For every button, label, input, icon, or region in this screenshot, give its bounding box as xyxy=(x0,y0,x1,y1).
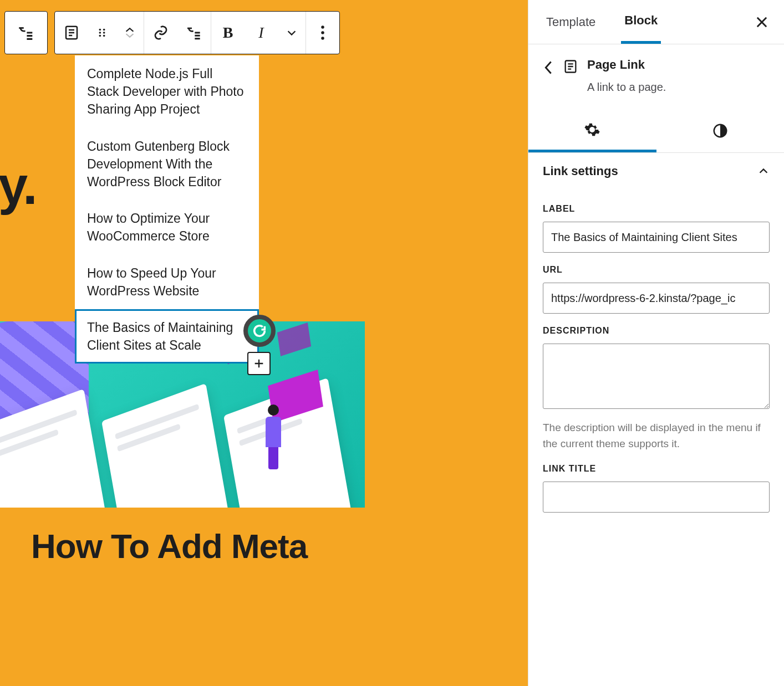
page-icon xyxy=(63,24,80,41)
submenu-icon xyxy=(185,24,203,42)
tab-styles[interactable] xyxy=(656,109,785,152)
label-input[interactable] xyxy=(543,222,770,253)
sidebar-tabs: Template Block xyxy=(528,0,784,44)
more-formatting-button[interactable] xyxy=(278,11,306,54)
editor-canvas: B I hy. Complete Node.js Full S xyxy=(0,0,528,686)
page-icon xyxy=(563,59,578,74)
block-description: A link to a page. xyxy=(587,81,666,94)
italic-icon: I xyxy=(258,24,263,42)
grammarly-icon xyxy=(252,323,267,339)
url-label: URL xyxy=(543,265,770,275)
submenu-item[interactable]: How to Optimize Your WooCommerce Store xyxy=(75,200,259,254)
link-title-input[interactable] xyxy=(543,482,770,513)
svg-point-9 xyxy=(321,37,324,40)
description-label: DESCRIPTION xyxy=(543,326,770,336)
svg-point-1 xyxy=(99,29,101,31)
block-title: Page Link xyxy=(587,58,666,72)
tab-block[interactable]: Block xyxy=(621,0,661,44)
svg-point-3 xyxy=(99,32,101,34)
chevron-up-icon xyxy=(757,165,770,177)
chevron-down-icon xyxy=(286,27,298,39)
description-help: The description will be displayed in the… xyxy=(543,420,770,452)
svg-point-8 xyxy=(321,31,324,34)
grammarly-badge[interactable] xyxy=(243,315,276,347)
plus-icon xyxy=(253,357,265,370)
kebab-icon xyxy=(320,24,325,41)
move-buttons[interactable] xyxy=(116,11,144,54)
description-textarea[interactable] xyxy=(543,344,770,409)
tab-template[interactable]: Template xyxy=(543,2,599,43)
parent-block-button[interactable] xyxy=(4,11,48,54)
chevron-left-icon xyxy=(543,60,554,75)
svg-point-2 xyxy=(103,29,105,31)
link-button[interactable] xyxy=(144,11,177,54)
bold-button[interactable]: B xyxy=(211,11,245,54)
inspector-tabs xyxy=(528,109,784,153)
breadcrumb-back-button[interactable] xyxy=(543,60,554,78)
submenu-item[interactable]: Custom Gutenberg Block Development With … xyxy=(75,128,259,201)
block-toolbar-main: B I xyxy=(54,11,340,54)
post-heading: How To Add Meta xyxy=(31,526,307,566)
submenu-button[interactable] xyxy=(177,11,211,54)
close-sidebar-button[interactable] xyxy=(754,14,770,30)
url-input[interactable] xyxy=(543,283,770,314)
svg-point-4 xyxy=(103,32,105,34)
options-button[interactable] xyxy=(306,11,339,54)
block-icon xyxy=(563,59,578,76)
settings-sidebar: Template Block Page Link A link to a pag… xyxy=(528,0,784,686)
link-icon xyxy=(152,24,169,41)
block-toolbar: B I xyxy=(4,11,340,54)
section-title: Link settings xyxy=(543,164,618,178)
background-heading: hy. xyxy=(0,155,37,216)
navigation-submenu: Complete Node.js Full Stack Developer wi… xyxy=(75,55,259,364)
block-type-button[interactable] xyxy=(55,11,88,54)
bold-icon: B xyxy=(223,24,233,42)
close-icon xyxy=(754,14,770,30)
svg-point-5 xyxy=(99,35,101,37)
link-title-label: LINK TITLE xyxy=(543,464,770,474)
submenu-icon xyxy=(17,23,35,42)
italic-button[interactable]: I xyxy=(245,11,278,54)
tab-settings[interactable] xyxy=(528,109,656,152)
drag-handle[interactable] xyxy=(88,11,116,54)
submenu-item[interactable]: How to Speed Up Your WordPress Website xyxy=(75,255,259,309)
add-block-button[interactable] xyxy=(247,352,271,375)
svg-point-7 xyxy=(321,25,324,29)
contrast-icon xyxy=(712,122,729,139)
svg-point-6 xyxy=(103,35,105,37)
submenu-item[interactable]: The Basics of Maintaining Client Sites a… xyxy=(75,309,259,364)
gear-icon xyxy=(584,121,600,138)
chevron-down-icon xyxy=(124,32,136,39)
submenu-item[interactable]: Complete Node.js Full Stack Developer wi… xyxy=(75,55,259,128)
label-label: LABEL xyxy=(543,204,770,214)
block-breadcrumb: Page Link A link to a page. xyxy=(528,44,784,109)
link-settings-toggle[interactable]: Link settings xyxy=(528,153,784,190)
drag-icon xyxy=(96,27,108,39)
link-settings-panel: LABEL URL DESCRIPTION The description wi… xyxy=(528,190,784,524)
